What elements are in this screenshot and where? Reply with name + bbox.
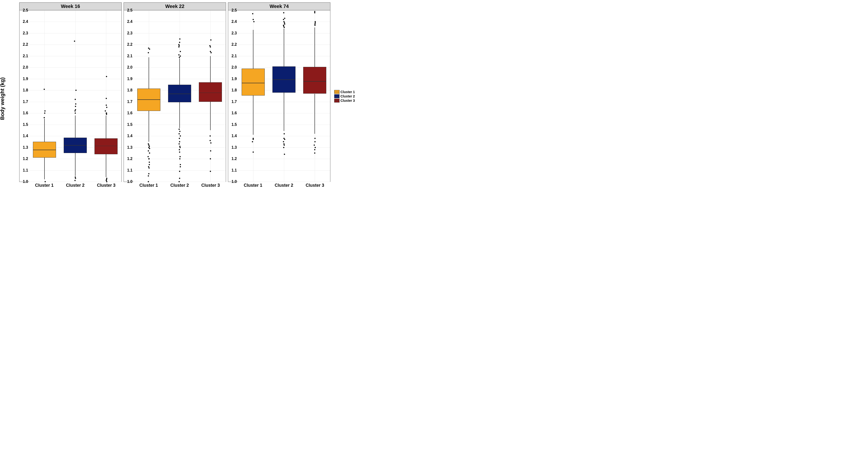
- y-tick-label: 2.1: [127, 54, 132, 58]
- y-tick-label: 2.2: [23, 42, 28, 47]
- outlier-point: [148, 48, 149, 49]
- outlier-point: [179, 171, 180, 172]
- outlier-point: [179, 38, 181, 39]
- outlier-point: [283, 143, 285, 145]
- y-tick-label: 2.5: [127, 8, 132, 12]
- boxplot-box: [137, 89, 160, 111]
- y-axis-ticks: 1.01.11.21.31.41.51.61.71.81.92.02.12.22…: [20, 10, 29, 182]
- outlier-point: [210, 171, 211, 172]
- y-tick-label: 1.3: [23, 145, 28, 150]
- outlier-point: [148, 166, 149, 168]
- x-axis-labels: Cluster 1Cluster 2Cluster 3: [228, 182, 330, 190]
- outlier-point: [284, 18, 285, 19]
- legend-label: Cluster 1: [340, 90, 355, 94]
- outlier-point: [314, 25, 315, 26]
- outlier-point: [106, 178, 107, 179]
- outlier-point: [210, 52, 212, 53]
- outlier-point: [105, 98, 107, 99]
- x-category-label: Cluster 2: [60, 183, 91, 190]
- y-tick-label: 1.0: [231, 179, 237, 184]
- outlier-point: [179, 151, 180, 153]
- outlier-point: [284, 133, 285, 134]
- x-category-label: Cluster 1: [133, 183, 164, 190]
- x-category-label: Cluster 1: [238, 183, 269, 190]
- y-tick-label: 1.6: [23, 111, 28, 115]
- outlier-point: [148, 181, 149, 182]
- y-tick-label: 1.7: [231, 100, 237, 104]
- outlier-point: [210, 51, 211, 52]
- outlier-point: [179, 146, 180, 147]
- facet-title: Week 22: [124, 2, 226, 10]
- y-tick-label: 1.1: [231, 168, 237, 173]
- outlier-point: [179, 128, 180, 130]
- outlier-point: [106, 107, 107, 108]
- y-tick-label: 2.2: [127, 42, 132, 47]
- legend-swatch-icon: [334, 90, 340, 94]
- outlier-point: [180, 55, 181, 57]
- y-tick-label: 2.2: [231, 42, 237, 47]
- outlier-point: [179, 156, 181, 157]
- facet-panel: Week 221.01.11.21.31.41.51.61.71.81.92.0…: [124, 2, 226, 190]
- legend-label: Cluster 3: [340, 99, 355, 102]
- boxplot-box: [242, 68, 265, 95]
- y-tick-label: 1.2: [127, 157, 132, 161]
- x-category-label: Cluster 1: [29, 183, 60, 190]
- legend-item: Cluster 1: [334, 90, 361, 94]
- outlier-point: [284, 23, 285, 25]
- y-tick-label: 1.8: [127, 88, 132, 92]
- outlier-point: [283, 19, 284, 20]
- outlier-point: [106, 113, 107, 114]
- outlier-point: [75, 106, 76, 107]
- y-tick-label: 1.1: [127, 168, 132, 173]
- y-tick-label: 1.4: [231, 134, 237, 138]
- y-tick-label: 1.8: [231, 88, 237, 92]
- y-tick-label: 1.4: [127, 134, 132, 138]
- legend: Cluster 1Cluster 2Cluster 3: [332, 2, 361, 190]
- outlier-point: [178, 54, 180, 56]
- outlier-point: [180, 166, 181, 168]
- y-tick-label: 1.1: [23, 168, 28, 173]
- legend-swatch-icon: [334, 94, 340, 98]
- y-tick-label: 2.0: [23, 65, 28, 69]
- outlier-point: [314, 149, 315, 150]
- x-category-label: Cluster 2: [269, 183, 300, 190]
- y-tick-label: 2.5: [231, 8, 237, 12]
- outlier-point: [75, 109, 76, 110]
- y-tick-label: 1.5: [127, 122, 132, 127]
- outlier-point: [148, 168, 150, 169]
- y-tick-label: 2.4: [231, 20, 237, 24]
- plot-area: [238, 10, 330, 182]
- y-tick-label: 1.5: [231, 122, 237, 127]
- outlier-point: [314, 12, 315, 13]
- y-tick-label: 1.8: [23, 88, 28, 92]
- outlier-point: [210, 136, 211, 137]
- outlier-point: [148, 173, 149, 174]
- outlier-point: [148, 52, 149, 53]
- y-tick-label: 1.7: [23, 100, 28, 104]
- outlier-point: [106, 180, 107, 181]
- outlier-point: [179, 57, 180, 58]
- y-tick-label: 1.4: [23, 134, 28, 138]
- outlier-point: [314, 153, 315, 154]
- outlier-point: [284, 154, 285, 155]
- x-category-label: Cluster 3: [299, 183, 330, 190]
- y-tick-label: 2.0: [231, 65, 237, 69]
- outlier-point: [44, 110, 46, 111]
- facet-title: Week 16: [19, 2, 122, 10]
- outlier-point: [149, 162, 150, 163]
- outlier-point: [283, 141, 284, 142]
- outlier-point: [149, 49, 150, 50]
- facet-panel: Week 161.01.11.21.31.41.51.61.71.81.92.0…: [19, 2, 122, 190]
- y-tick-label: 1.6: [231, 111, 237, 115]
- y-axis-ticks: 1.01.11.21.31.41.51.61.71.81.92.02.12.22…: [124, 10, 133, 182]
- y-tick-label: 2.4: [127, 20, 132, 24]
- y-tick-label: 1.0: [23, 179, 28, 184]
- outlier-point: [210, 150, 211, 151]
- outlier-point: [43, 117, 45, 118]
- outlier-point: [180, 51, 181, 52]
- y-tick-label: 1.9: [127, 77, 132, 81]
- y-tick-label: 2.3: [23, 31, 28, 35]
- y-tick-label: 1.9: [231, 77, 237, 81]
- x-axis-labels: Cluster 1Cluster 2Cluster 3: [19, 182, 122, 190]
- outlier-point: [283, 26, 284, 27]
